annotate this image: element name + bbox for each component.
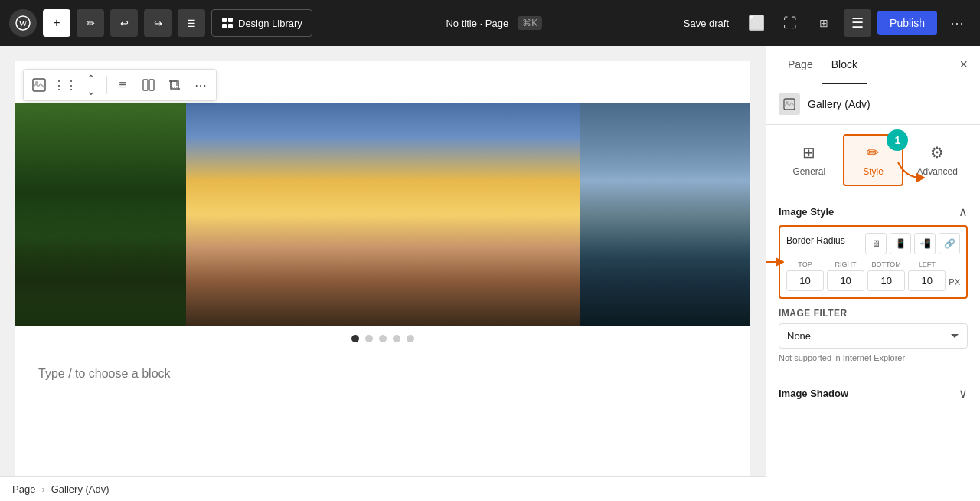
toolbar-separator bbox=[106, 76, 107, 94]
gallery-adv-label: Gallery (Adv) bbox=[808, 98, 871, 110]
border-radius-label: Border Radius bbox=[786, 235, 845, 246]
type-block[interactable]: Type / to choose a block bbox=[15, 352, 750, 396]
redo-button[interactable]: ↪ bbox=[144, 9, 172, 37]
general-icon: ⊞ bbox=[802, 143, 815, 162]
link-values-icon[interactable]: 🔗 bbox=[939, 233, 960, 254]
br-bottom-field: BOTTOM bbox=[867, 260, 905, 291]
gallery-dot-3[interactable] bbox=[379, 335, 387, 342]
svg-rect-3 bbox=[228, 18, 233, 22]
gallery-dots bbox=[15, 326, 750, 352]
gallery-dot-1[interactable] bbox=[351, 335, 359, 342]
br-right-field: RIGHT bbox=[827, 260, 864, 291]
gallery-image-2[interactable] bbox=[186, 103, 579, 326]
right-actions: Save draft ⬜ ⛶ ⊞ ☰ Publish ⋯ bbox=[676, 9, 971, 37]
settings-toggle-button[interactable]: ☰ bbox=[844, 9, 871, 37]
gallery-adv-row: Gallery (Adv) bbox=[766, 84, 980, 125]
more-options-button[interactable]: ⋯ bbox=[943, 9, 971, 37]
br-bottom-input[interactable] bbox=[867, 270, 905, 291]
br-top-input[interactable] bbox=[786, 270, 824, 291]
sidebar: Page Block × Gallery (Adv) ⊞ General bbox=[766, 46, 980, 501]
layout-button[interactable] bbox=[136, 73, 161, 97]
image-filter-section: IMAGE FILTER None Grayscale Sepia Blur B… bbox=[779, 308, 968, 362]
style-tabs: ⊞ General ✏ Style 1 bbox=[766, 125, 980, 195]
list-view-button[interactable]: ☰ bbox=[178, 9, 205, 37]
breadcrumb-gallery-adv[interactable]: Gallery (Adv) bbox=[51, 483, 109, 495]
sidebar-tabs: Page Block × bbox=[766, 46, 980, 84]
design-library-icon bbox=[221, 17, 234, 29]
image-type-button[interactable] bbox=[27, 73, 51, 97]
breadcrumb-separator-1: › bbox=[41, 483, 44, 495]
br-top-label: TOP bbox=[798, 260, 812, 268]
gallery-dot-2[interactable] bbox=[365, 335, 373, 342]
breadcrumb-page[interactable]: Page bbox=[12, 483, 35, 495]
publish-button[interactable]: Publish bbox=[877, 11, 937, 35]
crop-button[interactable] bbox=[162, 73, 187, 97]
design-library-label: Design Library bbox=[238, 18, 302, 29]
image-shadow-header[interactable]: Image Shadow ∨ bbox=[779, 375, 968, 411]
forest-image bbox=[15, 103, 186, 326]
border-radius-icons: 🖥 📱 📲 🔗 bbox=[865, 233, 960, 254]
general-label: General bbox=[792, 166, 825, 177]
br-left-field: LEFT bbox=[908, 260, 946, 291]
svg-rect-2 bbox=[222, 18, 227, 22]
image-style-title: Image Style bbox=[779, 206, 834, 218]
image-style-header[interactable]: Image Style ∧ bbox=[779, 195, 968, 225]
gallery-dot-5[interactable] bbox=[407, 335, 414, 342]
tablet-view-icon[interactable]: 📱 bbox=[890, 233, 911, 254]
svg-rect-8 bbox=[143, 80, 148, 90]
style-tab-general[interactable]: ⊞ General bbox=[779, 134, 840, 186]
gallery-adv-svg-icon bbox=[783, 98, 795, 110]
image-filter-select[interactable]: None Grayscale Sepia Blur Brightness Con… bbox=[779, 323, 968, 349]
style-tab-style[interactable]: ✏ Style 1 bbox=[843, 134, 904, 186]
tab-page[interactable]: Page bbox=[779, 46, 822, 84]
design-library-button[interactable]: Design Library bbox=[211, 9, 312, 37]
tools-button[interactable]: ✏ bbox=[77, 9, 104, 37]
top-bar: W + ✏ ↩ ↪ ☰ Design Library No title · Pa… bbox=[0, 0, 980, 46]
fullscreen-toggle-button[interactable]: ⛶ bbox=[776, 9, 804, 37]
gallery-container bbox=[15, 103, 750, 352]
block-toolbar: ⋮⋮ ⌃⌄ ≡ bbox=[23, 69, 217, 101]
page-title: No title · Page bbox=[446, 18, 508, 29]
annotation-1: 1 bbox=[887, 129, 908, 151]
image-style-section: Image Style ∧ 2 bbox=[766, 195, 980, 375]
image-shadow-toggle: ∨ bbox=[959, 386, 968, 401]
main-layout: ⋮⋮ ⌃⌄ ≡ bbox=[0, 46, 980, 501]
code-editor-button[interactable]: ⊞ bbox=[810, 9, 838, 37]
br-right-input[interactable] bbox=[827, 270, 864, 291]
tab-block[interactable]: Block bbox=[822, 46, 867, 84]
image-style-toggle: ∧ bbox=[959, 205, 968, 219]
gallery-adv-icon bbox=[779, 93, 800, 115]
add-block-button[interactable]: + bbox=[43, 9, 70, 37]
svg-rect-9 bbox=[149, 80, 154, 90]
br-left-label: LEFT bbox=[919, 260, 936, 268]
svg-rect-10 bbox=[171, 81, 177, 87]
crop-icon bbox=[168, 79, 181, 91]
breadcrumb: Page › Gallery (Adv) bbox=[0, 476, 766, 501]
align-button[interactable]: ≡ bbox=[110, 73, 135, 97]
desktop-view-icon[interactable]: 🖥 bbox=[865, 233, 887, 254]
canvas-scroll: ⋮⋮ ⌃⌄ ≡ bbox=[0, 46, 766, 476]
more-block-options-button[interactable]: ⋯ bbox=[188, 73, 213, 97]
shortcut-badge: ⌘K bbox=[518, 16, 542, 30]
gallery-image-3[interactable] bbox=[580, 103, 750, 326]
save-draft-button[interactable]: Save draft bbox=[676, 13, 737, 34]
advanced-label: Advanced bbox=[916, 166, 957, 177]
style-tab-advanced[interactable]: ⚙ Advanced bbox=[906, 134, 968, 186]
advanced-icon: ⚙ bbox=[930, 143, 944, 162]
move-button[interactable]: ⌃⌄ bbox=[79, 73, 103, 97]
gallery-image-1[interactable] bbox=[15, 103, 186, 326]
border-radius-inputs: TOP RIGHT BOTTOM LEFT bbox=[786, 260, 960, 291]
gallery-dot-4[interactable] bbox=[393, 335, 400, 342]
undo-button[interactable]: ↩ bbox=[110, 9, 138, 37]
image-shadow-section: Image Shadow ∨ bbox=[766, 375, 980, 411]
sunset-image bbox=[186, 103, 579, 326]
view-button[interactable]: ⬜ bbox=[743, 9, 770, 37]
close-sidebar-button[interactable]: × bbox=[953, 46, 968, 84]
wordpress-logo[interactable]: W bbox=[9, 9, 37, 37]
layout-icon bbox=[142, 79, 155, 91]
br-left-input[interactable] bbox=[908, 270, 946, 291]
mobile-view-icon[interactable]: 📲 bbox=[914, 233, 936, 254]
br-bottom-label: BOTTOM bbox=[872, 260, 901, 268]
grid-view-button[interactable]: ⋮⋮ bbox=[53, 73, 77, 97]
border-radius-wrapper: 2 Border Radius 🖥 bbox=[779, 225, 968, 299]
